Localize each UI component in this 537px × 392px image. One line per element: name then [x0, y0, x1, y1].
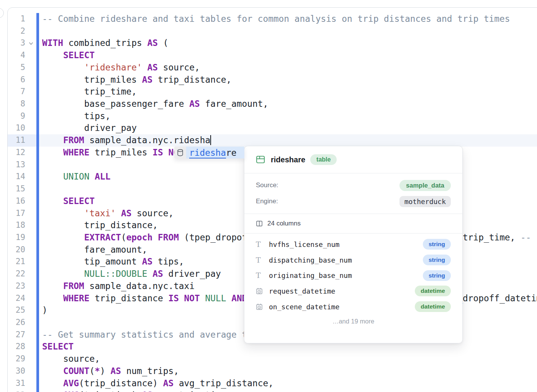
- line-number: 14: [8, 171, 25, 183]
- fold-gutter: [25, 13, 36, 25]
- fold-gutter: [25, 134, 36, 147]
- fold-gutter: [25, 268, 36, 280]
- code-line[interactable]: 1-- Combine rideshare and taxi tables fo…: [8, 13, 537, 25]
- fold-gutter: [25, 317, 36, 329]
- line-number: 19: [8, 232, 25, 244]
- change-bar: [36, 25, 39, 38]
- fold-gutter: [25, 195, 36, 207]
- fold-gutter: [25, 292, 36, 305]
- line-number: 28: [8, 341, 25, 353]
- fold-gutter: [25, 86, 36, 98]
- fold-gutter: [25, 62, 36, 74]
- fold-gutter: [25, 98, 36, 110]
- line-number: 12: [8, 147, 25, 159]
- database-icon: [174, 147, 186, 158]
- code-line[interactable]: 11 FROM sample_data.nyc.ridesha: [8, 134, 537, 147]
- code-text: -- Combine rideshare and taxi tables for…: [39, 13, 537, 25]
- column-name: request_datetime: [269, 287, 335, 295]
- change-bar: [36, 268, 39, 280]
- fold-gutter: [25, 207, 36, 220]
- code-line[interactable]: 7 trip_time,: [8, 86, 537, 98]
- code-text: trip_time,: [39, 86, 537, 98]
- change-bar: [36, 122, 39, 134]
- line-number: 27: [8, 329, 25, 341]
- change-bar: [36, 244, 39, 256]
- code-line[interactable]: 9 tips,: [8, 110, 537, 122]
- line-number: 29: [8, 353, 25, 365]
- engine-badge: motherduck: [399, 196, 451, 207]
- code-text: 'rideshare' AS source,: [39, 62, 537, 74]
- table-icon: [256, 155, 265, 164]
- line-number: 3: [8, 37, 25, 49]
- column-name: originating_base_num: [269, 271, 352, 279]
- string-type-icon: T: [256, 256, 264, 264]
- change-bar: [36, 341, 39, 353]
- change-bar: [36, 110, 39, 122]
- line-number: 11: [8, 134, 25, 147]
- fold-gutter: [25, 110, 36, 122]
- change-bar: [36, 62, 39, 74]
- line-number: 25: [8, 304, 25, 317]
- fold-chevron-icon[interactable]: [25, 37, 36, 49]
- columns-count-label: 24 columns: [267, 220, 301, 227]
- fold-gutter: [25, 147, 36, 159]
- partial-side-button[interactable]: [0, 8, 4, 18]
- code-line[interactable]: 10 driver_pay: [8, 122, 537, 134]
- code-line[interactable]: 29 source,: [8, 353, 537, 365]
- code-text: FROM sample_data.nyc.ridesha: [39, 134, 537, 147]
- columns-count-row: 24 columns: [244, 214, 462, 234]
- column-type-badge: datetime: [415, 286, 451, 296]
- line-number: 10: [8, 122, 25, 134]
- code-line[interactable]: 6 trip_miles AS trip_distance,: [8, 74, 537, 86]
- engine-label: Engine:: [256, 198, 278, 205]
- change-bar: [36, 365, 39, 377]
- line-number: 32: [8, 389, 25, 392]
- code-line[interactable]: 32 AVG(trip_time) AS avg_trip_time,: [8, 389, 537, 392]
- source-row: Source: sample_data: [256, 177, 451, 193]
- line-number: 31: [8, 377, 25, 390]
- code-text: SELECT: [39, 49, 537, 62]
- change-bar: [36, 159, 39, 171]
- code-line[interactable]: 4 SELECT: [8, 49, 537, 62]
- change-bar: [36, 98, 39, 110]
- column-row: Tdispatching_base_numstring: [256, 252, 451, 268]
- line-number: 9: [8, 110, 25, 122]
- column-type-badge: datetime: [415, 301, 451, 312]
- string-type-icon: T: [256, 272, 264, 279]
- change-bar: [36, 219, 39, 232]
- column-row: on_scene_datetimedatetime: [256, 299, 451, 315]
- column-row: Toriginating_base_numstring: [256, 268, 451, 283]
- app-root: 1-- Combine rideshare and taxi tables fo…: [0, 0, 537, 392]
- code-line[interactable]: 5 'rideshare' AS source,: [8, 62, 537, 74]
- code-text: base_passenger_fare AS fare_amount,: [39, 98, 537, 110]
- change-bar: [36, 183, 39, 195]
- change-bar: [36, 232, 39, 244]
- line-number: 13: [8, 159, 25, 171]
- fold-gutter: [25, 377, 36, 390]
- line-number: 6: [8, 74, 25, 86]
- change-bar: [36, 292, 39, 305]
- column-row: request_datetimedatetime: [256, 283, 451, 299]
- string-type-icon: T: [256, 241, 264, 248]
- column-name: on_scene_datetime: [269, 303, 339, 311]
- code-line[interactable]: 2: [8, 25, 537, 38]
- table-card-header: rideshare table: [244, 146, 462, 173]
- fold-gutter: [25, 183, 36, 195]
- column-row: Thvfhs_license_numstring: [256, 237, 451, 252]
- fold-gutter: [25, 244, 36, 256]
- code-text: AVG(trip_distance) AS avg_trip_distance,: [39, 377, 537, 390]
- line-number: 8: [8, 98, 25, 110]
- fold-gutter: [25, 219, 36, 232]
- change-bar: [36, 207, 39, 220]
- code-line[interactable]: 30 COUNT(*) AS num_trips,: [8, 365, 537, 377]
- fold-gutter: [25, 256, 36, 268]
- change-bar: [36, 304, 39, 317]
- line-number: 18: [8, 219, 25, 232]
- code-line[interactable]: 31 AVG(trip_distance) AS avg_trip_distan…: [8, 377, 537, 390]
- line-number: 22: [8, 268, 25, 280]
- fold-gutter: [25, 389, 36, 392]
- code-text: WITH combined_trips AS (: [39, 37, 537, 49]
- code-line[interactable]: 3WITH combined_trips AS (: [8, 37, 537, 49]
- autocomplete-item-rideshare[interactable]: rideshare: [186, 147, 244, 158]
- code-line[interactable]: 8 base_passenger_fare AS fare_amount,: [8, 98, 537, 110]
